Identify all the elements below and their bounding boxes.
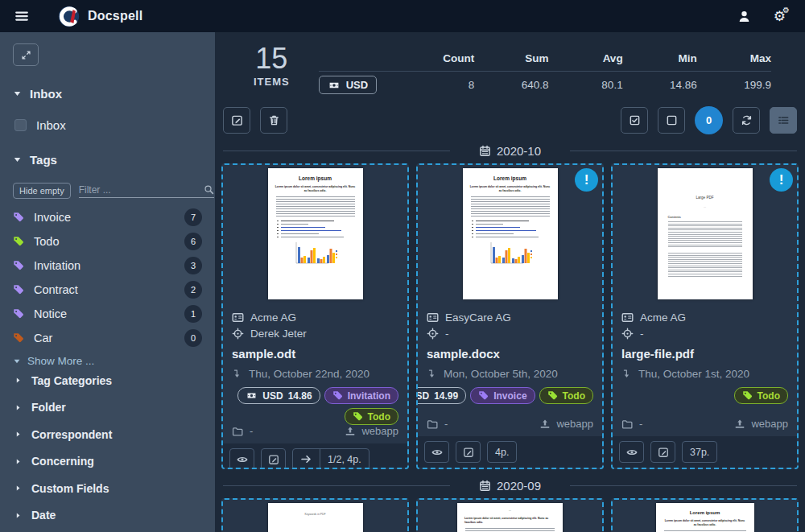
section-date[interactable]: Date bbox=[0, 502, 215, 530]
tag-icon bbox=[478, 390, 489, 401]
docspell-logo bbox=[58, 6, 80, 27]
show-more-tags[interactable]: Show More ... bbox=[0, 355, 215, 367]
goto-attachment-button[interactable] bbox=[293, 449, 320, 469]
amount-value: 14.99 bbox=[434, 390, 458, 402]
preview-button[interactable] bbox=[229, 448, 254, 469]
page-count: 37p. bbox=[683, 442, 716, 462]
section-tags[interactable]: Tags bbox=[0, 153, 215, 167]
top-navbar: Docspell ⚙⚙ bbox=[0, 0, 805, 32]
item-card-large-file-pdf[interactable]: ! Large PDF ··· Contents Acme AG bbox=[611, 163, 799, 469]
concerning-row: Derek Jeter bbox=[232, 325, 398, 341]
correspondent-row: EasyCare AG bbox=[427, 309, 593, 325]
caret-right-icon bbox=[14, 404, 22, 411]
preview-button[interactable] bbox=[619, 441, 644, 463]
stats-col-count: Count bbox=[400, 52, 474, 64]
tag-label: Notice bbox=[34, 307, 67, 320]
page-count: 1/2, 4p. bbox=[320, 449, 369, 469]
tag-item-invoice[interactable]: Invoice 7 bbox=[0, 205, 215, 229]
stats-min-value: 14.86 bbox=[623, 79, 697, 91]
item-card[interactable]: Keywords in PDF bbox=[221, 498, 409, 532]
hide-empty-button[interactable]: Hide empty bbox=[13, 183, 71, 199]
folder-icon bbox=[232, 426, 243, 437]
tag-badge-todo[interactable]: Todo bbox=[539, 387, 593, 404]
refresh-button[interactable] bbox=[733, 107, 760, 134]
inbox-checkbox[interactable] bbox=[14, 119, 27, 131]
section-tag-categories[interactable]: Tag Categories bbox=[0, 367, 215, 394]
preview-button[interactable] bbox=[424, 441, 449, 463]
thumb-subtitle: Lorem ipsum dolor sit amet, consectetur … bbox=[663, 519, 747, 526]
deselect-all-button[interactable] bbox=[658, 107, 685, 134]
selected-count-badge[interactable]: 0 bbox=[695, 106, 723, 134]
select-all-button[interactable] bbox=[621, 107, 648, 134]
tag-filter-input[interactable] bbox=[79, 184, 204, 196]
edit-item-button[interactable] bbox=[456, 441, 481, 463]
section-custom-fields[interactable]: Custom Fields bbox=[0, 475, 215, 502]
folder-name: - bbox=[444, 418, 448, 430]
edit-items-button[interactable] bbox=[223, 107, 250, 134]
section-concerning[interactable]: Concerning bbox=[0, 448, 215, 476]
section-due-date[interactable]: Due Date bbox=[0, 529, 215, 532]
item-date-row: Thu, October 22nd, 2020 bbox=[232, 365, 398, 382]
thumb-title: Lorem ipsum bbox=[463, 175, 558, 181]
caret-down-icon bbox=[13, 357, 21, 365]
item-name: sample.docx bbox=[427, 347, 593, 361]
page-count-group: 37p. bbox=[682, 441, 717, 463]
item-card-sample-odt[interactable]: Lorem ipsum Lorem ipsum dolor sit amet, … bbox=[221, 163, 409, 469]
tag-filter-field[interactable] bbox=[79, 184, 214, 198]
tag-badge-invitation[interactable]: Invitation bbox=[324, 387, 398, 404]
tag-badge-label: Invoice bbox=[493, 390, 526, 402]
tag-item-contract[interactable]: Contract 2 bbox=[0, 278, 215, 302]
tag-count-badge: 3 bbox=[184, 257, 202, 274]
section-inbox[interactable]: Inbox bbox=[0, 87, 215, 101]
tag-icon bbox=[547, 390, 558, 401]
delete-items-button[interactable] bbox=[260, 107, 287, 134]
tag-item-todo[interactable]: Todo 6 bbox=[0, 229, 215, 254]
tag-badge-todo[interactable]: Todo bbox=[734, 387, 788, 404]
thumb-line: Keywords in PDF bbox=[268, 513, 363, 516]
thumb-body-lines bbox=[465, 528, 555, 532]
upload-icon bbox=[539, 419, 551, 430]
caret-right-icon bbox=[14, 458, 22, 465]
source-name: webapp bbox=[556, 418, 593, 430]
stats-col-avg: Avg bbox=[548, 52, 622, 64]
item-card-sample-docx[interactable]: ! Lorem ipsum Lorem ipsum dolor sit amet… bbox=[416, 163, 604, 469]
inbox-checkbox-row[interactable]: Inbox bbox=[0, 118, 215, 132]
user-account-icon[interactable] bbox=[737, 10, 751, 23]
list-view-toggle-button[interactable] bbox=[770, 107, 797, 134]
correspondent-name: EasyCare AG bbox=[445, 311, 511, 324]
menu-icon[interactable] bbox=[11, 6, 32, 27]
edit-item-button[interactable] bbox=[650, 441, 675, 463]
expand-sidebar-button[interactable] bbox=[13, 43, 39, 66]
section-label: Correspondent bbox=[31, 428, 112, 441]
settings-gears-icon[interactable]: ⚙⚙ bbox=[774, 10, 786, 23]
address-card-icon bbox=[427, 311, 439, 324]
tag-item-invitation[interactable]: Invitation 3 bbox=[0, 254, 215, 278]
tag-icon bbox=[353, 411, 363, 422]
section-correspondent[interactable]: Correspondent bbox=[0, 421, 215, 448]
correspondent-row: Acme AG bbox=[621, 309, 788, 325]
card-footer: 37p. bbox=[613, 436, 797, 468]
folder-name: - bbox=[639, 418, 642, 430]
correspondent-name: Acme AG bbox=[250, 311, 296, 324]
item-thumbnail: Keywords in PDF bbox=[223, 500, 407, 532]
section-folder[interactable]: Folder bbox=[0, 394, 215, 422]
date-group-label: 2020-10 bbox=[497, 144, 541, 158]
section-tags-label: Tags bbox=[30, 153, 57, 167]
item-card[interactable]: ··· Lorem ipsum dolor sit amet, consecte… bbox=[416, 498, 604, 532]
thumb-date-line: ··· bbox=[658, 206, 753, 209]
caret-down-icon bbox=[13, 89, 22, 98]
item-card[interactable]: Lorem ipsum Lorem ipsum dolor sit amet, … bbox=[611, 498, 799, 532]
edit-item-button[interactable] bbox=[261, 448, 286, 469]
tag-item-car[interactable]: Car 0 bbox=[0, 326, 215, 350]
address-card-icon bbox=[232, 311, 244, 324]
thumb-bar-chart bbox=[268, 241, 363, 266]
tag-item-notice[interactable]: Notice 1 bbox=[0, 302, 215, 326]
thumb-body-lines bbox=[668, 221, 742, 249]
thumb-body-lines bbox=[276, 196, 355, 217]
folder-info: - bbox=[427, 418, 448, 430]
amount-currency: USD bbox=[416, 390, 429, 402]
tag-badge-invoice[interactable]: Invoice bbox=[470, 387, 535, 404]
item-list-main: 15 ITEMS Count Sum Avg Min Max USD bbox=[215, 32, 805, 532]
tag-badge-todo[interactable]: Todo bbox=[345, 408, 398, 425]
folder-info: - bbox=[621, 418, 642, 430]
